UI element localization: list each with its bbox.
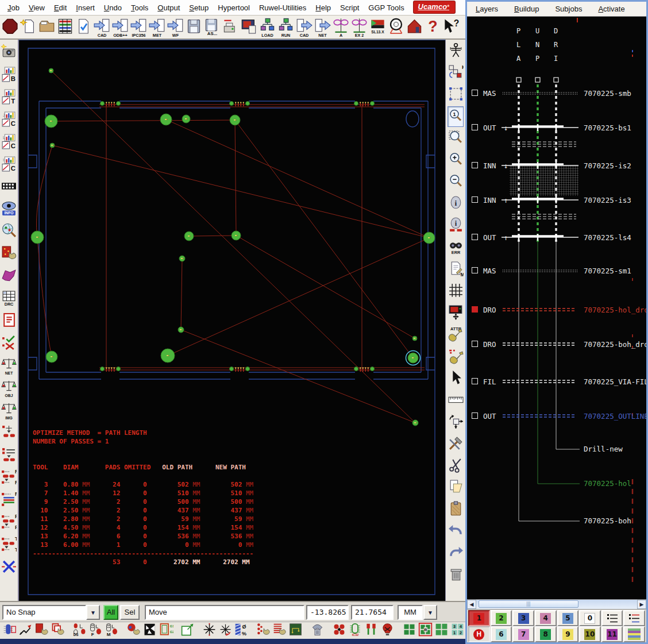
import-ipc356-icon[interactable]: IPC356: [130, 17, 148, 38]
scroll-thumb[interactable]: [479, 600, 578, 608]
fix-ball-icon[interactable]: [126, 622, 141, 639]
load-script-icon[interactable]: LOAD: [259, 17, 276, 38]
palette-color-4-button[interactable]: 4: [535, 610, 557, 626]
route-r1-icon[interactable]: RR: [1, 468, 17, 488]
layer-row-7070225-boh_dro[interactable]: DRO7070225-boh_dro: [467, 340, 646, 349]
sl13x-icon[interactable]: SL13.X: [369, 17, 387, 38]
import-odb-icon[interactable]: ODB++: [111, 17, 129, 38]
menu-output[interactable]: Output: [153, 2, 184, 14]
unit-select[interactable]: MM: [398, 605, 423, 620]
job-report-icon[interactable]: [1, 311, 17, 331]
layers-menu-layers[interactable]: Layers: [472, 3, 502, 15]
drc-check-icon[interactable]: DRC: [1, 288, 17, 309]
layer-row-7070225-smb[interactable]: MAS7070225-smb: [467, 89, 646, 98]
select-frame-icon[interactable]: [448, 84, 464, 105]
fix-dots-icon[interactable]: [256, 622, 271, 639]
plot-a-icon[interactable]: A: [332, 17, 350, 38]
layer-checkbox[interactable]: [472, 162, 478, 168]
scroll-track[interactable]: [476, 600, 637, 609]
export-net-icon[interactable]: NET: [314, 17, 331, 38]
palette-color-7-button[interactable]: 7: [512, 626, 534, 642]
layers-menu-activate[interactable]: Activate: [594, 3, 628, 15]
layer-name[interactable]: 7070225-is3: [584, 196, 631, 205]
layer-checkbox[interactable]: [472, 378, 478, 384]
pad-lines-icon[interactable]: [1, 445, 17, 466]
panel-numbers-icon[interactable]: 3412: [450, 622, 465, 639]
layer-name[interactable]: 7070225-smb: [584, 89, 631, 98]
board-grid-icon[interactable]: [288, 622, 303, 639]
pads-f-icon[interactable]: F: [88, 622, 103, 639]
fix-red-1-icon[interactable]: [34, 622, 49, 639]
cursor-x-field[interactable]: -13.8265: [306, 605, 349, 620]
pads-m-icon[interactable]: M: [104, 622, 119, 639]
drill-name-7070225-boh[interactable]: 7070225-boh: [584, 516, 631, 525]
save-as-icon[interactable]: AS...: [203, 17, 221, 38]
route-p-icon[interactable]: PP: [1, 512, 17, 533]
layer-row-7070225-is3[interactable]: INN↑7070225-is3: [467, 196, 646, 205]
history-icon[interactable]: H: [448, 63, 464, 83]
palette-color-6-button[interactable]: 6: [491, 626, 512, 642]
panel-quad-icon[interactable]: [402, 622, 417, 639]
move-bend-icon[interactable]: [18, 622, 33, 639]
histogram-ic-icon[interactable]: IC: [1, 154, 17, 175]
star-rotate-icon[interactable]: [218, 622, 233, 639]
undo-icon[interactable]: [448, 521, 464, 542]
screen-pan-icon[interactable]: [448, 303, 464, 323]
command-field[interactable]: Move: [145, 605, 304, 620]
palette-color-0-button[interactable]: 0: [579, 610, 601, 626]
layer-checkbox[interactable]: [472, 234, 478, 240]
compare-obj-icon[interactable]: OBJ: [1, 378, 17, 399]
palette-color-1-button[interactable]: 1: [468, 610, 490, 626]
invert-view-icon[interactable]: [142, 622, 157, 639]
menu-edit[interactable]: Edit: [50, 2, 71, 14]
select-all-button[interactable]: All: [103, 605, 118, 620]
new-job-icon[interactable]: [20, 17, 37, 38]
delete-object-icon[interactable]: [448, 565, 464, 585]
layer-name[interactable]: 7070225-sm1: [584, 267, 631, 275]
measure-skeleton-icon[interactable]: [448, 41, 464, 61]
histogram-t-icon[interactable]: T: [1, 87, 17, 107]
stop-job-icon[interactable]: [1, 17, 19, 38]
menu-job[interactable]: Job: [3, 2, 24, 14]
histogram-lc-icon[interactable]: LC: [1, 132, 17, 152]
layer-name[interactable]: 7070225-is2: [584, 161, 631, 170]
snapshot-camera-icon[interactable]: [1, 42, 17, 63]
zoom-window-icon[interactable]: [448, 128, 464, 149]
layer-row-7070225_VIA-FIL[interactable]: FIL7070225_VIA-FIL: [467, 377, 646, 387]
label-printer-icon[interactable]: [222, 17, 240, 38]
attributes-edit-icon[interactable]: [448, 346, 464, 367]
layer-row-7070225-hol_dro[interactable]: DRO7070225-hol_dro: [467, 306, 646, 315]
compare-img-icon[interactable]: IMG: [1, 400, 17, 421]
layer-name[interactable]: 7070225-bs1: [584, 124, 631, 132]
zoom-in-icon[interactable]: [448, 150, 464, 171]
layer-checkbox[interactable]: [472, 412, 478, 419]
check-job-icon[interactable]: [75, 17, 92, 38]
home-icon[interactable]: [406, 17, 423, 38]
layers-list[interactable]: PLAUNPDRIMAS7070225-smbOUT↓7070225-bs1IN…: [467, 17, 646, 599]
call-support-icon[interactable]: [310, 622, 325, 639]
run-script-icon[interactable]: RUN: [277, 17, 295, 38]
export-cad-icon[interactable]: CAD: [295, 17, 313, 38]
route-r2-icon[interactable]: R: [1, 490, 17, 511]
screen-copy-icon[interactable]: [240, 17, 258, 38]
palette-color-5-button[interactable]: 5: [557, 610, 579, 626]
plotter-icon[interactable]: [387, 17, 405, 38]
select-sel-button[interactable]: Sel: [120, 605, 140, 620]
palette-color-2-button[interactable]: 2: [491, 610, 512, 626]
layer-name[interactable]: 7070225-boh_dro: [584, 340, 646, 349]
ic-outline-green-icon[interactable]: IC32: [348, 622, 363, 639]
layer-checkbox[interactable]: [472, 196, 478, 203]
import-met-icon[interactable]: MET: [148, 17, 166, 38]
menu-setup[interactable]: Setup: [185, 2, 213, 14]
frame-expand-icon[interactable]: [180, 622, 195, 639]
histogram-jc-icon[interactable]: JC: [1, 109, 17, 130]
palette-color-3-button[interactable]: 3: [512, 610, 534, 626]
layers-menu-buildup[interactable]: Buildup: [510, 3, 543, 15]
layer-checkbox[interactable]: [472, 341, 478, 347]
pcb-canvas[interactable]: OPTIMIZE METHOD = PATH LENGTH NUMBER OF …: [19, 40, 445, 601]
layer-checkbox[interactable]: [472, 267, 478, 273]
pads-ds-icon[interactable]: DS: [72, 622, 87, 639]
fix-red-2-icon[interactable]: [50, 622, 65, 639]
inspect-globe-icon[interactable]: [1, 221, 17, 242]
zoom-out-icon[interactable]: [448, 172, 464, 192]
